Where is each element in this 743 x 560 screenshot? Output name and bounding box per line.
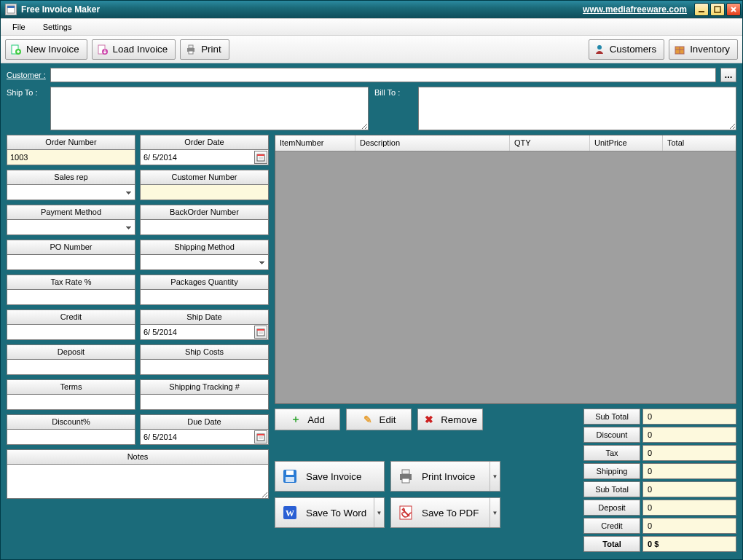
order-form: Order Number Order Date Sales rep Custom…	[7, 135, 269, 552]
printer-icon	[185, 44, 197, 55]
discount-pct-label: Discount%	[7, 414, 135, 429]
line-items-body	[275, 151, 736, 403]
customer-lookup-button[interactable]: ...	[720, 68, 736, 82]
payment-method-label: Payment Method	[7, 205, 135, 219]
credit-total-label: Credit	[583, 518, 640, 534]
svg-rect-1	[7, 6, 15, 8]
close-button[interactable]	[726, 3, 741, 16]
bill-to-input[interactable]	[418, 87, 736, 130]
svg-rect-24	[402, 478, 409, 483]
packages-qty-input[interactable]	[140, 289, 269, 305]
shipping-tracking-label: Shipping Tracking #	[140, 379, 269, 394]
menu-file[interactable]: File	[4, 19, 34, 35]
svg-rect-21	[286, 477, 294, 482]
due-date-input[interactable]	[140, 429, 269, 445]
notes-input[interactable]	[7, 464, 269, 499]
col-description[interactable]: Description	[355, 135, 510, 151]
subtotal2-label: Sub Total	[583, 481, 640, 497]
order-date-label: Order Date	[140, 135, 269, 149]
content-area: Customer : ... Ship To : Bill To : Order…	[1, 63, 742, 559]
order-number-input[interactable]	[7, 149, 135, 165]
calendar-icon[interactable]	[254, 326, 267, 339]
payment-method-select[interactable]	[7, 219, 135, 235]
menu-settings[interactable]: Settings	[34, 19, 81, 35]
col-unit-price[interactable]: UnitPrice	[590, 135, 663, 151]
discount-label: Discount	[583, 427, 640, 443]
customer-label: Customer :	[7, 71, 46, 79]
totals-panel: Sub Total0 Discount0 Tax0 Shipping0 Sub …	[583, 409, 736, 552]
grand-total-value: 0 $	[642, 536, 736, 552]
col-qty[interactable]: QTY	[510, 135, 590, 151]
svg-rect-14	[257, 154, 264, 156]
minimize-button[interactable]	[694, 3, 709, 16]
ship-date-label: Ship Date	[140, 309, 269, 324]
save-to-pdf-button[interactable]: Save To PDF ▼	[390, 497, 500, 528]
subtotal2-value: 0	[642, 481, 736, 497]
ship-costs-label: Ship Costs	[140, 344, 269, 359]
save-invoice-button[interactable]: Save Invoice	[275, 461, 385, 492]
app-icon	[5, 4, 17, 15]
dropdown-caret-icon[interactable]: ▼	[490, 462, 500, 491]
ship-to-label: Ship To :	[7, 87, 46, 130]
load-invoice-button[interactable]: Load Invoice	[92, 39, 176, 60]
titlebar: Free Invoice Maker www.mediafreeware.com	[1, 1, 742, 18]
terms-label: Terms	[7, 379, 135, 394]
pencil-icon: ✎	[362, 414, 374, 425]
menubar: File Settings	[1, 18, 742, 36]
shipping-tracking-input[interactable]	[140, 394, 269, 410]
remove-item-button[interactable]: ✖ Remove	[417, 409, 483, 430]
svg-rect-23	[402, 470, 409, 474]
col-total[interactable]: Total	[663, 135, 736, 151]
svg-point-11	[597, 45, 602, 50]
col-item-number[interactable]: ItemNumber	[275, 135, 355, 151]
plus-icon: ＋	[290, 414, 302, 425]
customers-button[interactable]: Customers	[589, 39, 664, 60]
new-invoice-button[interactable]: New Invoice	[5, 39, 87, 60]
po-number-input[interactable]	[7, 254, 135, 270]
svg-rect-18	[257, 434, 264, 435]
maximize-button[interactable]	[710, 3, 725, 16]
discount-pct-input[interactable]	[7, 429, 135, 445]
edit-item-button[interactable]: ✎ Edit	[346, 409, 412, 430]
load-invoice-icon	[97, 44, 109, 55]
notes-label: Notes	[7, 449, 269, 464]
sales-rep-select[interactable]	[7, 184, 135, 200]
ship-to-input[interactable]	[50, 87, 369, 130]
save-to-word-button[interactable]: W Save To Word ▼	[275, 497, 385, 528]
order-number-label: Order Number	[7, 135, 135, 149]
ship-costs-input[interactable]	[140, 359, 269, 375]
backorder-number-input[interactable]	[140, 219, 269, 235]
deposit-total-label: Deposit	[583, 500, 640, 516]
inventory-button[interactable]: Inventory	[669, 39, 738, 60]
po-number-label: PO Number	[7, 240, 135, 254]
shipping-method-select[interactable]	[140, 254, 269, 270]
tax-value: 0	[642, 445, 736, 461]
website-link[interactable]: www.mediafreeware.com	[583, 4, 687, 15]
customer-number-input[interactable]	[140, 184, 269, 200]
dropdown-caret-icon[interactable]: ▼	[374, 498, 384, 527]
print-button[interactable]: Print	[180, 39, 229, 60]
tax-rate-input[interactable]	[7, 289, 135, 305]
print-invoice-button[interactable]: Print Invoice ▼	[390, 461, 500, 492]
word-icon: W	[280, 502, 300, 523]
calendar-icon[interactable]	[254, 430, 267, 443]
order-date-input[interactable]	[140, 149, 269, 165]
add-item-button[interactable]: ＋ Add	[275, 409, 340, 430]
printer-icon	[396, 466, 416, 486]
customer-input[interactable]	[50, 68, 716, 82]
credit-input[interactable]	[7, 324, 135, 340]
credit-label: Credit	[7, 309, 135, 324]
line-items-grid[interactable]: ItemNumber Description QTY UnitPrice Tot…	[275, 135, 736, 404]
terms-input[interactable]	[7, 394, 135, 410]
app-window: Free Invoice Maker www.mediafreeware.com…	[0, 0, 743, 560]
calendar-icon[interactable]	[254, 151, 267, 164]
shipping-value: 0	[642, 463, 736, 479]
ship-date-input[interactable]	[140, 324, 269, 340]
tax-rate-label: Tax Rate %	[7, 275, 135, 289]
pdf-icon	[396, 502, 416, 523]
discount-value: 0	[642, 427, 736, 443]
toolbar: New Invoice Load Invoice Print Customers…	[1, 36, 742, 63]
deposit-input[interactable]	[7, 359, 135, 375]
svg-rect-9	[189, 45, 193, 48]
dropdown-caret-icon[interactable]: ▼	[490, 498, 500, 527]
